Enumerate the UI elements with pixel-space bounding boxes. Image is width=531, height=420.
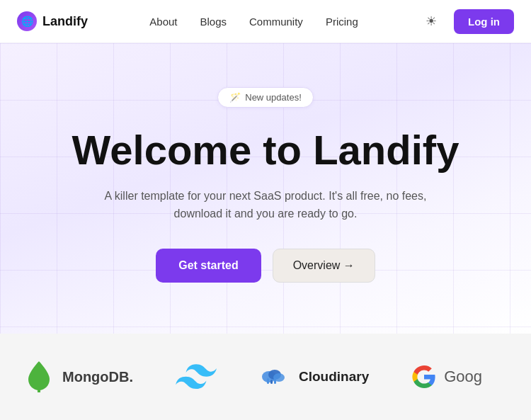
get-started-button[interactable]: Get started: [156, 249, 261, 283]
logo-icon: 🌐: [17, 11, 37, 31]
mongodb-logo: MongoDB.: [28, 361, 133, 392]
theme-toggle-button[interactable]: ☀: [420, 10, 442, 33]
cloudinary-logo: Cloudinary: [259, 364, 369, 390]
svg-rect-6: [274, 378, 276, 384]
hero-title: Welcome to Landify: [72, 127, 459, 173]
hero-section: 🪄 New updates! Welcome to Landify A kill…: [0, 43, 531, 334]
badge-text: New updates!: [245, 92, 302, 103]
badge-icon: 🪄: [229, 92, 241, 103]
mongodb-text: MongoDB.: [62, 369, 133, 385]
update-badge: 🪄 New updates!: [217, 87, 314, 108]
nav-links: About Blogs Community Pricing: [149, 16, 358, 28]
logos-strip: MongoDB. Cloudinary Goog: [0, 334, 531, 420]
google-text: Goog: [444, 368, 482, 386]
login-button[interactable]: Log in: [454, 9, 514, 34]
google-logo: Goog: [411, 364, 482, 390]
svg-rect-4: [267, 378, 269, 384]
navbar: 🌐 Landify About Blogs Community Pricing …: [0, 0, 531, 43]
nav-pricing[interactable]: Pricing: [326, 16, 358, 28]
hero-subtitle: A killer template for your next SaaS pro…: [96, 187, 435, 223]
nav-right: ☀ Log in: [420, 9, 514, 34]
svg-rect-0: [38, 388, 40, 392]
nav-about[interactable]: About: [149, 16, 177, 28]
hero-content: 🪄 New updates! Welcome to Landify A kill…: [72, 87, 459, 283]
hero-buttons: Get started Overview →: [72, 249, 459, 283]
logo-text: Landify: [42, 14, 88, 29]
nav-blogs[interactable]: Blogs: [200, 16, 227, 28]
svg-rect-5: [270, 380, 273, 384]
tailwind-logo: [176, 364, 217, 390]
logo[interactable]: 🌐 Landify: [17, 11, 88, 31]
cloudinary-text: Cloudinary: [299, 369, 369, 385]
overview-button[interactable]: Overview →: [273, 249, 375, 283]
nav-community[interactable]: Community: [249, 16, 303, 28]
